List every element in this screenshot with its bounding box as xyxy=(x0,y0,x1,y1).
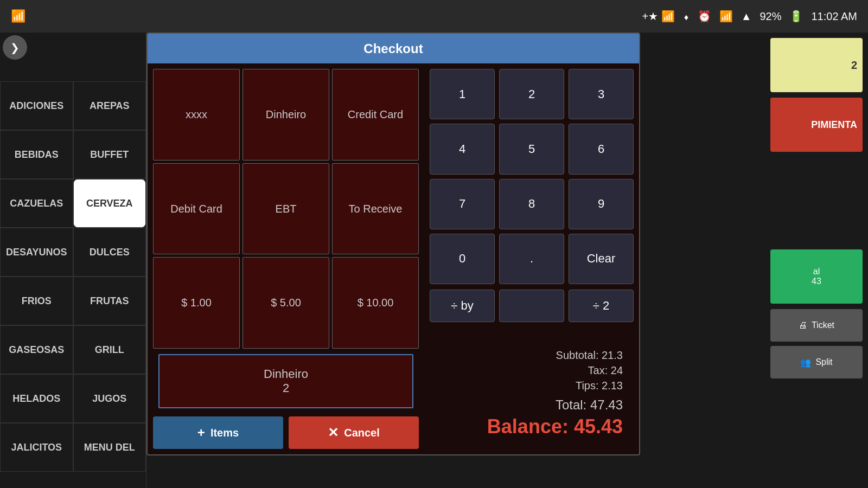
status-left: 📶 xyxy=(11,9,25,23)
battery-icon: 🔋 xyxy=(789,10,803,23)
status-bar: 📶 +★ 📶 ⬧ ⏰ 📶 ▲ 92% 🔋 11:02 AM xyxy=(0,0,868,33)
selected-payment-label: Dinheiro xyxy=(264,367,308,381)
selected-payment-display: Dinheiro 2 xyxy=(158,354,413,408)
sidebar-item-arepas[interactable]: AREPAS xyxy=(73,81,146,130)
tips-line: Tips: 2.13 xyxy=(441,380,623,392)
sidebar-item-buffet[interactable]: BUFFET xyxy=(73,130,146,179)
sidebar-item-grill[interactable]: GRILL xyxy=(73,325,146,374)
payment-credit-card[interactable]: Credit Card xyxy=(332,69,419,160)
items-button[interactable]: + Items xyxy=(153,416,283,449)
bluetooth-icon: +★ 📶 xyxy=(642,10,674,23)
nav-arrow-button[interactable]: ❯ xyxy=(3,35,27,60)
order-value-green: 43 xyxy=(812,277,821,286)
payment-5-dollar[interactable]: $ 5.00 xyxy=(242,257,329,349)
numpad-0[interactable]: 0 xyxy=(430,234,495,284)
sidebar-item-desayunos[interactable]: DESAYUNOS xyxy=(0,228,73,277)
split-icon: 👥 xyxy=(800,357,811,368)
x-icon: ✕ xyxy=(328,425,339,440)
signal-icon: ▲ xyxy=(741,10,752,23)
payment-row-3: $ 1.00 $ 5.00 $ 10.00 xyxy=(153,257,419,349)
checkout-body: xxxx Dinheiro Credit Card Debit Card EBT xyxy=(148,63,639,454)
numpad-7[interactable]: 7 xyxy=(430,179,495,229)
payment-to-receive[interactable]: To Receive xyxy=(332,163,419,255)
sidebar-item-dulces[interactable]: DULCES xyxy=(73,228,146,277)
sidebar-item-frutas[interactable]: FRUTAS xyxy=(73,277,146,325)
numpad-div-by[interactable]: ÷ by xyxy=(430,290,495,322)
phone-icon: 📶 xyxy=(11,9,25,23)
numpad-9[interactable]: 9 xyxy=(569,179,634,229)
payment-ebt[interactable]: EBT xyxy=(242,163,329,255)
tax-line: Tax: 24 xyxy=(441,364,623,377)
numpad-placeholder xyxy=(499,290,564,322)
numpad-1[interactable]: 1 xyxy=(430,69,495,119)
action-buttons: + Items ✕ Cancel xyxy=(153,416,419,449)
sidebar-item-helados[interactable]: HELADOS xyxy=(0,374,73,423)
plus-icon: + xyxy=(197,425,205,440)
selected-payment-value: 2 xyxy=(283,381,289,395)
order-card-green: al 43 xyxy=(770,249,863,304)
subtotal-line: Subtotal: 21.3 xyxy=(441,349,623,362)
numpad-section: 1 2 3 4 5 6 7 8 9 0 . Clear ÷ by ÷ 2 xyxy=(424,63,639,454)
cancel-button[interactable]: ✕ Cancel xyxy=(289,416,419,449)
payment-dinheiro[interactable]: Dinheiro xyxy=(242,69,329,160)
payment-1-dollar[interactable]: $ 1.00 xyxy=(153,257,240,349)
nfc-icon: ⬧ xyxy=(683,10,690,23)
payment-row-2: Debit Card EBT To Receive xyxy=(153,163,419,255)
checkout-totals: Subtotal: 21.3 Tax: 24 Tips: 2.13 Total:… xyxy=(430,336,634,449)
order-count-yellow: 2 xyxy=(851,59,857,72)
sidebar-item-frios[interactable]: FRIOS xyxy=(0,277,73,325)
payment-row-1: xxxx Dinheiro Credit Card xyxy=(153,69,419,160)
balance-line: Balance: 45.43 xyxy=(441,415,623,438)
battery-percentage: 92% xyxy=(760,10,781,23)
payment-10-dollar[interactable]: $ 10.00 xyxy=(332,257,419,349)
right-panel: 2 PIMIENTA al 43 🖨 Ticket 👥 Split xyxy=(765,33,868,488)
sidebar-item-gaseosas[interactable]: GASEOSAS xyxy=(0,325,73,374)
checkout-dialog: Checkout xxxx Dinheiro Credit Card Debit… xyxy=(146,33,640,455)
split-button[interactable]: 👥 Split xyxy=(770,346,863,378)
total-line: Total: 47.43 xyxy=(441,397,623,413)
sidebar-item-jalicitos[interactable]: JALICITOS xyxy=(0,423,73,472)
numpad-extra-actions: ÷ by ÷ 2 xyxy=(430,290,634,322)
ticket-icon: 🖨 xyxy=(799,320,807,330)
payment-xxxx[interactable]: xxxx xyxy=(153,69,240,160)
order-card-yellow: 2 xyxy=(770,38,863,92)
sidebar-item-cerveza[interactable]: CERVEZA xyxy=(73,179,146,228)
numpad-3[interactable]: 3 xyxy=(569,69,634,119)
sidebar-item-menu-del[interactable]: MENU DEL xyxy=(73,423,146,472)
status-right: +★ 📶 ⬧ ⏰ 📶 ▲ 92% 🔋 11:02 AM xyxy=(642,10,857,23)
clock: 11:02 AM xyxy=(811,10,857,23)
sidebar-item-cazuelas[interactable]: CAZUELAS xyxy=(0,179,73,228)
numpad-8[interactable]: 8 xyxy=(499,179,564,229)
numpad-5[interactable]: 5 xyxy=(499,124,564,174)
payment-methods-section: xxxx Dinheiro Credit Card Debit Card EBT xyxy=(148,63,424,454)
numpad-6[interactable]: 6 xyxy=(569,124,634,174)
numpad-grid: 1 2 3 4 5 6 7 8 9 0 . Clear xyxy=(430,69,634,284)
sidebar-item-jugos[interactable]: JUGOS xyxy=(73,374,146,423)
order-label-green: al xyxy=(813,267,820,277)
numpad-4[interactable]: 4 xyxy=(430,124,495,174)
numpad-dot[interactable]: . xyxy=(499,234,564,284)
sidebar-item-bebidas[interactable]: BEBIDAS xyxy=(0,130,73,179)
numpad-clear[interactable]: Clear xyxy=(569,234,634,284)
sidebar-item-adiciones[interactable]: ADICIONES xyxy=(0,81,73,130)
checkout-title: Checkout xyxy=(148,34,639,63)
order-card-red: PIMIENTA xyxy=(770,98,863,152)
payment-debit-card[interactable]: Debit Card xyxy=(153,163,240,255)
sidebar: ❯ ADICIONES AREPAS BEBIDAS BUFFET CAZUEL… xyxy=(0,33,146,488)
order-label-red: PIMIENTA xyxy=(811,119,857,131)
numpad-2[interactable]: 2 xyxy=(499,69,564,119)
wifi-icon: 📶 xyxy=(719,10,733,23)
ticket-button[interactable]: 🖨 Ticket xyxy=(770,309,863,342)
numpad-div-2[interactable]: ÷ 2 xyxy=(569,290,634,322)
alarm-icon: ⏰ xyxy=(698,10,711,23)
